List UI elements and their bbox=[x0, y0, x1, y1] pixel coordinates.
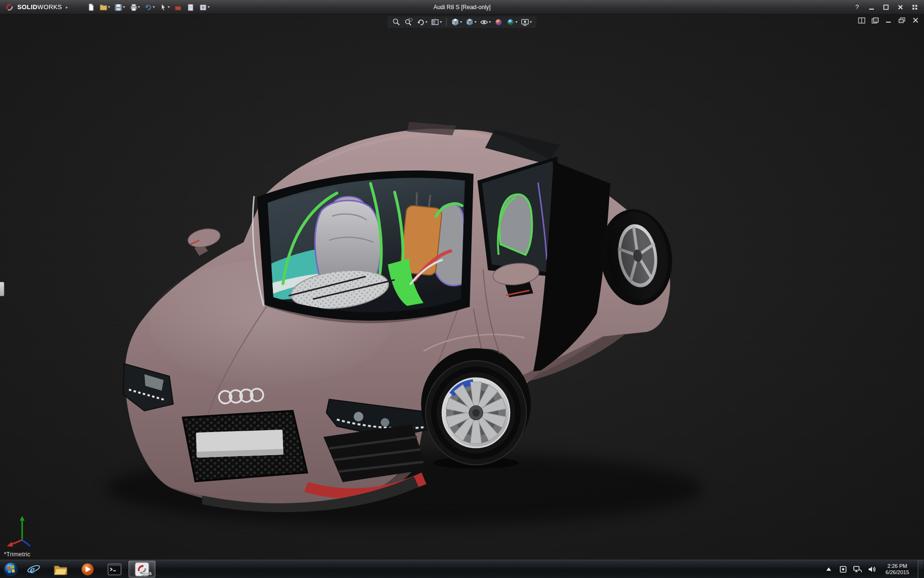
zoom-to-area-icon bbox=[404, 18, 413, 26]
app-logo: SOLIDWORKS ▸ bbox=[0, 0, 73, 14]
minimize-button[interactable] bbox=[865, 2, 878, 12]
volume-icon bbox=[868, 565, 876, 573]
system-tray: 2:26 PM 6/26/2015 bbox=[824, 560, 924, 578]
view-orientation-cube-icon bbox=[451, 18, 460, 26]
new-window-button[interactable] bbox=[870, 16, 880, 25]
media-player-icon bbox=[81, 563, 94, 576]
command-prompt-icon bbox=[107, 563, 122, 576]
help-button[interactable]: ? bbox=[851, 2, 863, 12]
tray-app-button[interactable] bbox=[838, 564, 848, 575]
previous-view-icon bbox=[416, 18, 425, 26]
select-cursor-icon bbox=[159, 3, 167, 11]
taskbar-clock[interactable]: 2:26 PM 6/26/2015 bbox=[882, 563, 913, 576]
tray-expand-icon bbox=[826, 567, 832, 572]
clock-time: 2:26 PM bbox=[886, 563, 909, 569]
desktop: { "window": { "app_name_bold": "SOLID", … bbox=[0, 0, 924, 578]
zoom-to-fit-button[interactable] bbox=[391, 17, 402, 27]
edit-appearance-ball-icon bbox=[494, 18, 503, 26]
maximize-icon bbox=[883, 4, 889, 10]
taskbar-item-internet-explorer[interactable]: e bbox=[21, 561, 47, 577]
panel-splitter-handle[interactable] bbox=[0, 282, 4, 296]
network-icon bbox=[853, 565, 862, 573]
display-style-button[interactable]: ▾ bbox=[464, 17, 477, 27]
graphics-viewport[interactable] bbox=[0, 14, 924, 560]
toolbox-button[interactable] bbox=[172, 2, 184, 12]
options-icon bbox=[199, 3, 207, 11]
undo-button[interactable]: ▾ bbox=[142, 2, 156, 12]
taskbar-item-command-prompt[interactable] bbox=[102, 561, 128, 577]
toolbox-icon bbox=[174, 3, 182, 11]
svg-text:e: e bbox=[30, 563, 35, 576]
open-folder-icon bbox=[100, 3, 107, 11]
expand-tray-button[interactable] bbox=[824, 564, 834, 575]
view-orientation-button[interactable]: ▾ bbox=[450, 17, 463, 27]
taskbar-item-solidworks-2015[interactable]: 2015 bbox=[128, 561, 155, 578]
apply-scene-globe-icon bbox=[506, 18, 515, 26]
maximize-button[interactable] bbox=[880, 2, 892, 12]
previous-view-button[interactable]: ▾ bbox=[415, 17, 428, 27]
app-name: SOLIDWORKS bbox=[17, 3, 62, 11]
display-style-icon bbox=[465, 18, 474, 26]
section-view-icon bbox=[431, 18, 439, 26]
options-button[interactable]: ▾ bbox=[197, 2, 211, 12]
expand-toolbar-button[interactable] bbox=[909, 2, 921, 12]
undo-icon bbox=[144, 3, 152, 11]
print-button[interactable]: ▾ bbox=[128, 2, 141, 12]
file-properties-icon bbox=[187, 3, 194, 11]
taskbar-item-file-explorer[interactable] bbox=[48, 561, 74, 577]
main-toolbar: ▾ ▾ ▾ ▾ ▾ bbox=[85, 2, 211, 12]
close-icon bbox=[898, 4, 903, 10]
restore-document-button[interactable] bbox=[897, 16, 907, 25]
tray-app-icon bbox=[839, 565, 847, 573]
title-bar: SOLIDWORKS ▸ ▾ ▾ ▾ bbox=[0, 0, 924, 14]
zoom-to-area-button[interactable] bbox=[403, 17, 414, 27]
taskbar-item-media-player[interactable] bbox=[75, 561, 101, 577]
solidworks-version-badge: 2015 bbox=[142, 571, 152, 576]
view-settings-button[interactable]: ▾ bbox=[520, 17, 533, 27]
new-document-button[interactable] bbox=[85, 2, 97, 12]
show-desktop-button[interactable] bbox=[918, 560, 923, 578]
network-button[interactable] bbox=[853, 564, 862, 575]
clock-date: 6/26/2015 bbox=[886, 569, 909, 576]
apply-scene-button[interactable]: ▾ bbox=[505, 17, 518, 27]
save-button[interactable]: ▾ bbox=[113, 2, 127, 12]
new-window-icon bbox=[872, 17, 879, 24]
close-button[interactable] bbox=[894, 2, 907, 12]
open-button[interactable]: ▾ bbox=[98, 2, 112, 12]
restore-document-icon bbox=[898, 17, 905, 23]
save-icon bbox=[115, 3, 122, 11]
select-button[interactable]: ▾ bbox=[157, 2, 171, 12]
file-explorer-folder-icon bbox=[53, 563, 68, 576]
heads-up-view-toolbar: ▾ ▾ ▾ ▾ ▾ bbox=[387, 16, 537, 28]
volume-button[interactable] bbox=[867, 564, 877, 575]
viewport-canvas[interactable] bbox=[0, 14, 924, 560]
close-document-icon bbox=[912, 17, 919, 23]
start-button[interactable] bbox=[2, 561, 20, 578]
solidworks-logo-icon bbox=[5, 2, 14, 12]
menu-expand-chevron-icon[interactable]: ▸ bbox=[66, 5, 68, 10]
section-view-button[interactable]: ▾ bbox=[430, 17, 443, 27]
taskbar: e 2015 bbox=[0, 560, 924, 578]
window-controls: ? bbox=[851, 2, 924, 12]
view-settings-icon bbox=[521, 18, 529, 26]
expand-grid-icon bbox=[912, 4, 918, 10]
hide-show-eye-icon bbox=[480, 18, 488, 26]
split-view-button[interactable] bbox=[857, 16, 866, 25]
minimize-icon bbox=[869, 4, 874, 10]
print-icon bbox=[129, 3, 137, 11]
new-document-icon bbox=[87, 3, 95, 11]
zoom-to-fit-icon bbox=[392, 18, 401, 26]
internet-explorer-icon: e bbox=[26, 562, 41, 577]
windows-start-icon bbox=[3, 562, 19, 577]
minimize-document-button[interactable] bbox=[884, 16, 893, 25]
hide-show-items-button[interactable]: ▾ bbox=[479, 17, 492, 27]
file-properties-button[interactable] bbox=[185, 2, 196, 12]
hud-divider bbox=[446, 18, 447, 26]
document-window-controls bbox=[857, 16, 920, 25]
view-orientation-label: *Trimetric bbox=[4, 551, 30, 558]
window-title: Audi R8 S [Read-only] bbox=[434, 4, 491, 11]
edit-appearance-button[interactable] bbox=[493, 17, 504, 27]
close-document-button[interactable] bbox=[911, 16, 920, 25]
minimize-document-icon bbox=[885, 17, 892, 23]
split-view-icon bbox=[858, 17, 865, 24]
